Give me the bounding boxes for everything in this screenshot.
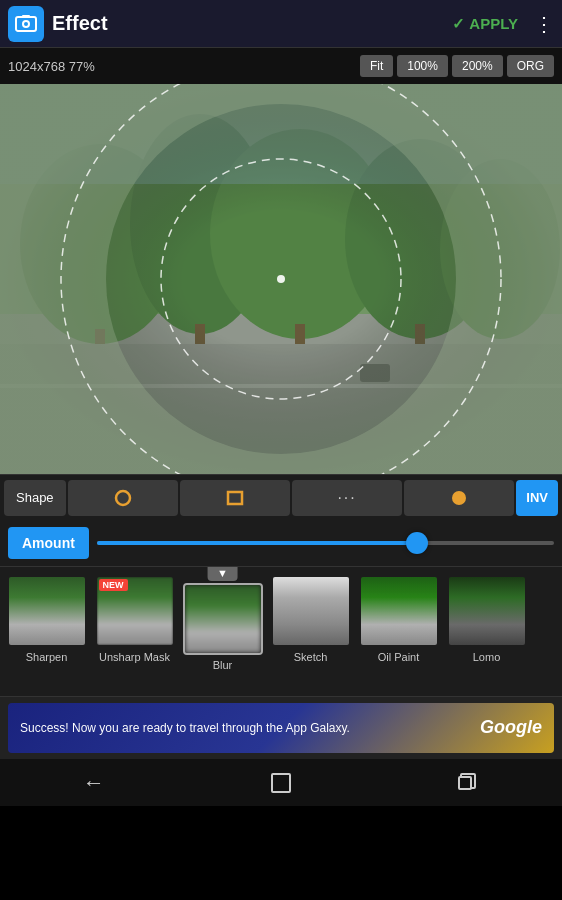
- effect-blur-label: Blur: [213, 659, 233, 671]
- app-title: Effect: [52, 12, 452, 35]
- bottom-nav: ←: [0, 758, 562, 806]
- image-canvas: [0, 84, 562, 474]
- back-button[interactable]: ←: [64, 763, 124, 803]
- slider-thumb[interactable]: [406, 532, 428, 554]
- effect-lomo-label: Lomo: [473, 651, 501, 663]
- amount-button[interactable]: Amount: [8, 527, 89, 559]
- ad-text: Success! Now you are ready to travel thr…: [20, 721, 480, 735]
- shape-circle-button[interactable]: [68, 480, 178, 516]
- inv-label: INV: [526, 490, 548, 505]
- shape-dots-button[interactable]: ···: [292, 480, 402, 516]
- info-bar: 1024x768 77% Fit 100% 200% ORG: [0, 48, 562, 84]
- recent-icon: [458, 773, 478, 793]
- apply-label: APPLY: [469, 15, 518, 32]
- shape-rect-button[interactable]: [180, 480, 290, 516]
- effect-unsharp-thumb: NEW: [95, 575, 175, 647]
- slider-fill: [97, 541, 417, 545]
- home-icon: [271, 773, 291, 793]
- svg-point-2: [24, 22, 28, 26]
- effect-unsharp-label: Unsharp Mask: [99, 651, 170, 663]
- canvas-area[interactable]: [0, 84, 562, 474]
- effects-strip: Sharpen NEW Unsharp Mask ▼ Blur Sketch O…: [0, 566, 562, 696]
- zoom-org-button[interactable]: ORG: [507, 55, 554, 77]
- effect-sharpen-label: Sharpen: [26, 651, 68, 663]
- inv-button[interactable]: INV: [516, 480, 558, 516]
- svg-point-28: [116, 491, 130, 505]
- recent-button[interactable]: [438, 763, 498, 803]
- effect-unsharp[interactable]: NEW Unsharp Mask: [92, 575, 177, 663]
- svg-point-30: [452, 491, 466, 505]
- effect-lomo[interactable]: Lomo: [444, 575, 529, 663]
- effect-oil-thumb: [359, 575, 439, 647]
- menu-button[interactable]: ⋮: [534, 12, 554, 36]
- back-icon: ←: [83, 770, 105, 796]
- amount-slider[interactable]: [97, 533, 554, 553]
- effect-sketch[interactable]: Sketch: [268, 575, 353, 663]
- svg-rect-19: [0, 84, 562, 474]
- effect-blur[interactable]: ▼ Blur: [180, 575, 265, 671]
- google-logo: Google: [480, 717, 542, 738]
- shape-label: Shape: [16, 490, 54, 505]
- amount-bar: Amount: [0, 520, 562, 566]
- zoom-fit-button[interactable]: Fit: [360, 55, 393, 77]
- effect-sharpen[interactable]: Sharpen: [4, 575, 89, 663]
- slider-track: [97, 541, 554, 545]
- effect-oil[interactable]: Oil Paint: [356, 575, 441, 663]
- shape-label-button[interactable]: Shape: [4, 480, 66, 516]
- ad-inner: Success! Now you are ready to travel thr…: [8, 703, 554, 753]
- down-arrow-button[interactable]: ▼: [207, 566, 238, 581]
- ad-banner[interactable]: Success! Now you are ready to travel thr…: [0, 696, 562, 758]
- home-button[interactable]: [251, 763, 311, 803]
- zoom-200-button[interactable]: 200%: [452, 55, 503, 77]
- svg-rect-29: [228, 492, 242, 504]
- effect-lomo-thumb: [447, 575, 527, 647]
- shape-dot-button[interactable]: [404, 480, 514, 516]
- shape-bar: Shape ··· INV: [0, 474, 562, 520]
- new-badge: NEW: [99, 579, 128, 591]
- amount-label: Amount: [22, 535, 75, 551]
- effect-sharpen-thumb: [7, 575, 87, 647]
- check-icon: ✓: [452, 15, 465, 33]
- effect-sketch-label: Sketch: [294, 651, 328, 663]
- image-info: 1024x768 77%: [8, 59, 95, 74]
- zoom-buttons: Fit 100% 200% ORG: [360, 55, 554, 77]
- top-bar: Effect ✓ APPLY ⋮: [0, 0, 562, 48]
- app-icon: [8, 6, 44, 42]
- apply-button[interactable]: ✓ APPLY: [452, 15, 518, 33]
- effect-blur-thumb: [183, 583, 263, 655]
- zoom-100-button[interactable]: 100%: [397, 55, 448, 77]
- more-icon: ⋮: [534, 13, 554, 35]
- svg-rect-3: [22, 15, 30, 18]
- effect-sketch-thumb: [271, 575, 351, 647]
- effect-oil-label: Oil Paint: [378, 651, 420, 663]
